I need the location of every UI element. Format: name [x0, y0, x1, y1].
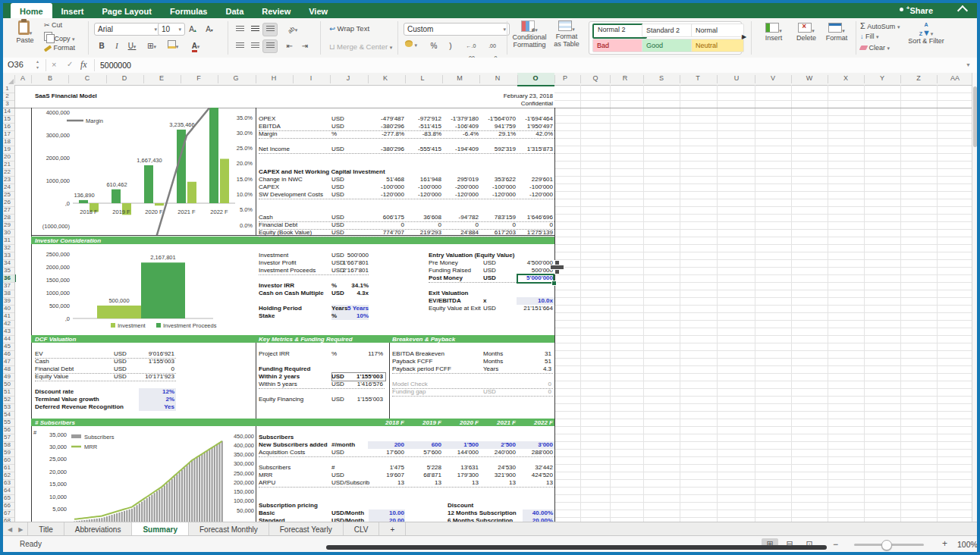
- format-cells-button[interactable]: ▾Format: [821, 23, 853, 42]
- align-bottom-button[interactable]: [262, 23, 278, 36]
- column-header-Q[interactable]: Q: [582, 74, 609, 82]
- row-header-25[interactable]: 25: [0, 191, 14, 199]
- cell-financials-r30c6[interactable]: 1'275'139: [470, 229, 553, 237]
- row-header-44[interactable]: 44: [0, 335, 14, 343]
- align-middle-button[interactable]: [247, 23, 262, 36]
- row-header-47[interactable]: 47: [0, 358, 14, 365]
- row-header-58[interactable]: 58: [0, 441, 14, 449]
- column-headers[interactable]: ABCDEFGHIJKLMNOPQRSTUVWXYZAA: [0, 73, 972, 86]
- cell-key_metrics-r52c2[interactable]: 1'155'003: [300, 396, 383, 403]
- row-header-65[interactable]: 65: [0, 494, 14, 502]
- row-header-63[interactable]: 63: [0, 479, 14, 487]
- increase-indent-button[interactable]: ⇥: [297, 39, 313, 53]
- row-header-2[interactable]: 2: [0, 92, 14, 100]
- column-header-M[interactable]: M: [446, 74, 473, 82]
- column-header-X[interactable]: X: [832, 74, 859, 82]
- row-header-51[interactable]: 51: [0, 388, 14, 396]
- cell-subscribers-r59c6[interactable]: 288'000: [470, 449, 553, 456]
- row-header-18[interactable]: 18: [0, 138, 14, 146]
- cell-dcf-r48c2[interactable]: 0: [91, 365, 174, 373]
- cell-breakeven-r47c2[interactable]: 51: [468, 358, 551, 365]
- font-name-select[interactable]: Arial▾: [94, 23, 161, 36]
- row-header-59[interactable]: 59: [0, 449, 14, 456]
- column-header-C[interactable]: C: [74, 74, 101, 82]
- cell-subscribers-r62c6[interactable]: 424'520: [470, 472, 553, 479]
- column-header-T[interactable]: T: [684, 74, 711, 82]
- conditional-formatting-button[interactable]: ▾ConditionalFormatting: [510, 20, 549, 49]
- decrease-decimal-button[interactable]: .00→.0: [482, 39, 502, 53]
- percent-format-button[interactable]: %: [426, 39, 441, 53]
- menu-tab-home[interactable]: Home: [11, 3, 52, 18]
- spreadsheet-grid[interactable]: ABCDEFGHIJKLMNOPQRSTUVWXYZAA 12314151617…: [0, 73, 972, 522]
- wrap-text-button[interactable]: ↩ Wrap Text: [329, 24, 369, 33]
- row-header-23[interactable]: 23: [0, 176, 14, 183]
- row-header-29[interactable]: 29: [0, 221, 14, 229]
- cut-button[interactable]: ✂ Cut: [44, 21, 62, 29]
- row-header-67[interactable]: 67: [0, 510, 14, 517]
- investor-chart[interactable]: 2500,0002000,0001500,0001000,000500,000,…: [35, 248, 255, 331]
- vertical-scrollbar-thumb[interactable]: [973, 86, 977, 147]
- borders-button[interactable]: ⊞▾: [144, 39, 159, 53]
- align-right-button[interactable]: [262, 39, 278, 53]
- cell-dcf-r46c2[interactable]: 9'016'921: [91, 350, 174, 358]
- cell-style-neutral[interactable]: Neutral: [691, 39, 744, 52]
- currency-format-button[interactable]: ▾: [405, 41, 417, 49]
- column-header-Y[interactable]: Y: [868, 74, 896, 82]
- ribbon-collapse-chevron[interactable]: [957, 5, 968, 16]
- fill-color-button[interactable]: ▾: [165, 39, 181, 53]
- column-header-W[interactable]: W: [796, 74, 823, 82]
- row-header-22[interactable]: 22: [0, 168, 14, 176]
- row-header-35[interactable]: 35: [0, 267, 14, 274]
- decrease-indent-button[interactable]: ⇤: [282, 39, 297, 53]
- row-header-60[interactable]: 60: [0, 456, 14, 464]
- merge-center-button[interactable]: ⊔ Merge & Center ▾: [329, 42, 392, 51]
- cell-key_metrics-r49c2[interactable]: 1'155'003: [300, 373, 383, 381]
- row-header-49[interactable]: 49: [0, 373, 14, 381]
- name-box[interactable]: O36: [8, 60, 35, 69]
- column-header-U[interactable]: U: [723, 74, 750, 82]
- add-sheet-button[interactable]: +: [379, 522, 406, 536]
- italic-button[interactable]: I: [109, 39, 124, 53]
- cell-financials-r28c6[interactable]: 1'646'696: [470, 214, 553, 221]
- sheet-tab-forecast-yearly[interactable]: Forecast Yearly: [269, 522, 344, 536]
- column-header-F[interactable]: F: [185, 74, 212, 82]
- cell-investor-r38c2[interactable]: 4.3x: [285, 290, 369, 297]
- bold-button[interactable]: B: [94, 39, 109, 53]
- cell-financials-r19c6[interactable]: 1'315'873: [470, 146, 553, 153]
- menu-tab-insert[interactable]: Insert: [52, 3, 93, 18]
- row-header-56[interactable]: 56: [0, 426, 14, 434]
- column-header-L[interactable]: L: [409, 74, 436, 82]
- zoom-level[interactable]: 100%: [957, 540, 978, 549]
- menu-tab-page-layout[interactable]: Page Layout: [93, 3, 161, 18]
- menu-tab-formulas[interactable]: Formulas: [161, 3, 217, 18]
- delete-cells-button[interactable]: ▾Delete: [790, 23, 822, 42]
- increase-decimal-button[interactable]: ←.0.00: [461, 39, 481, 53]
- cell-financials-r15c6[interactable]: -1'694'464: [470, 115, 553, 123]
- sort-filter-button[interactable]: AZ▼▾Sort & Filter: [907, 20, 945, 45]
- column-header-O[interactable]: O: [522, 74, 549, 82]
- cell-dcf-r49c2[interactable]: 10'171'923: [91, 373, 174, 381]
- column-header-AA[interactable]: AA: [941, 74, 969, 82]
- cell-investor-r34c2[interactable]: 1'667'801: [285, 259, 369, 267]
- cell-key_metrics-r50c2[interactable]: 1'416'576: [300, 381, 383, 388]
- sheet-tab-clv[interactable]: CLV: [344, 522, 380, 536]
- column-header-B[interactable]: B: [36, 74, 64, 82]
- cell-dcf-r47c2[interactable]: 1'155'003: [91, 358, 174, 365]
- copy-button[interactable]: Copy ▾: [44, 32, 75, 42]
- revenue-ebitda-margin-chart[interactable]: 4000,0003000,0002000,0001000,000,0(1000,…: [32, 108, 256, 235]
- formula-bar-expand-chevron[interactable]: ▼: [966, 62, 971, 67]
- row-header-54[interactable]: 54: [0, 411, 14, 419]
- cell-subscribers-r66c0[interactable]: Subscription pricing: [259, 502, 403, 510]
- cell-subscribers-r57c0[interactable]: Subscribers: [259, 434, 403, 441]
- cell-key_metrics-r46c2[interactable]: 117%: [300, 350, 383, 358]
- row-header-48[interactable]: 48: [0, 365, 14, 373]
- share-button[interactable]: Share: [899, 3, 933, 18]
- row-header-32[interactable]: 32: [0, 244, 14, 252]
- sheet-tab-title[interactable]: Title: [27, 522, 64, 536]
- column-header-E[interactable]: E: [148, 74, 175, 82]
- row-header-52[interactable]: 52: [0, 396, 14, 403]
- row-header-55[interactable]: 55: [0, 419, 14, 426]
- format-as-table-button[interactable]: ▾Formatas Table: [551, 20, 583, 48]
- column-header-P[interactable]: P: [551, 74, 579, 82]
- column-header-S[interactable]: S: [648, 74, 675, 82]
